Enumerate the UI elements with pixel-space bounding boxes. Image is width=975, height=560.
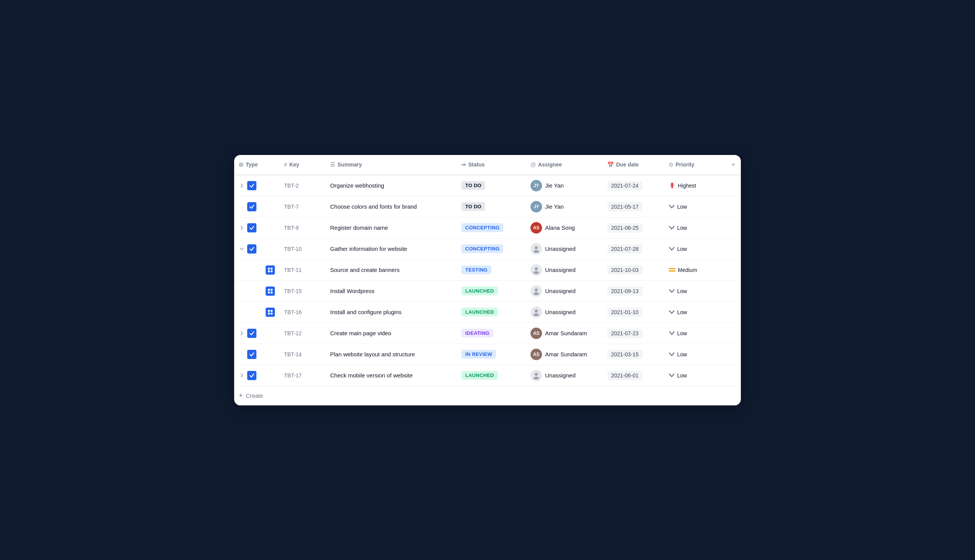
status-badge: IN REVIEW xyxy=(462,350,496,358)
col-header-type: ⊞ Type xyxy=(234,155,279,175)
avatar-amarsundaram: AS xyxy=(530,349,542,360)
col-header-add[interactable]: + xyxy=(726,155,741,175)
row-actions-cell xyxy=(726,323,741,344)
svg-point-23 xyxy=(533,377,539,379)
priority-label: Low xyxy=(677,309,687,315)
status-cell: TESTING xyxy=(457,259,526,280)
col-header-priority: ⊙ Priority xyxy=(664,155,726,175)
summary-cell: Register domain name xyxy=(326,217,457,238)
duedate-cell: 2021-07-24 xyxy=(603,175,664,197)
type-cell xyxy=(234,238,279,259)
assignee-cell: JY Jie Yan xyxy=(526,196,603,217)
due-date-value: 2021-06-01 xyxy=(607,371,642,380)
col-header-duedate: 📅 Due date xyxy=(603,155,664,175)
svg-point-14 xyxy=(535,288,538,292)
col-header-summary: ☰ Summary xyxy=(326,155,457,175)
summary-cell: Install and configure plugins xyxy=(326,302,457,323)
svg-point-6 xyxy=(535,267,538,270)
svg-rect-17 xyxy=(271,310,273,312)
avatar-unassigned xyxy=(530,285,542,297)
type-cell xyxy=(234,196,279,217)
summary-cell: Install Wordpress xyxy=(326,280,457,302)
avatar-jieyan: JY xyxy=(530,180,542,192)
priority-low-icon xyxy=(669,372,675,379)
table-row: TBT-2 Organize webhosting TO DO JY Jie Y… xyxy=(234,175,741,197)
issues-table: ⊞ Type # Key ☰ Summary xyxy=(234,155,741,386)
assignee-name: Unassigned xyxy=(545,288,575,294)
create-label: Create xyxy=(246,392,263,399)
status-cell: IDEATING xyxy=(457,323,526,344)
chevron-down-icon[interactable] xyxy=(239,247,245,251)
type-cell xyxy=(234,217,279,238)
priority-low-icon xyxy=(669,330,675,337)
checkbox-type-icon xyxy=(247,329,256,338)
summary-cell: Choose colors and fonts for brand xyxy=(326,196,457,217)
chevron-right-icon[interactable] xyxy=(239,226,245,230)
svg-point-21 xyxy=(533,313,539,316)
summary-cell: Create main page video xyxy=(326,323,457,344)
due-date-value: 2021-07-24 xyxy=(607,181,642,190)
status-cell: LAUNCHED xyxy=(457,280,526,302)
type-cell xyxy=(234,259,279,280)
priority-cell: Low xyxy=(664,365,726,386)
due-date-value: 2021-03-15 xyxy=(607,350,642,359)
duedate-cell: 2021-07-28 xyxy=(603,238,664,259)
priority-low-icon xyxy=(669,288,675,295)
type-cell xyxy=(234,280,279,302)
svg-rect-18 xyxy=(268,313,270,315)
assignee-cell: Unassigned xyxy=(526,259,603,280)
assignee-name: Unassigned xyxy=(545,245,575,252)
priority-label: Low xyxy=(677,204,687,210)
status-cell: CONCEPTING xyxy=(457,217,526,238)
avatar-alanasong: AS xyxy=(530,222,542,233)
priority-low-icon xyxy=(669,351,675,358)
duedate-cell: 2021-07-23 xyxy=(603,323,664,344)
chevron-right-icon[interactable] xyxy=(239,184,245,188)
duedate-cell: 2021-01-10 xyxy=(603,302,664,323)
add-column-button[interactable]: + xyxy=(731,160,736,169)
col-status-label: Status xyxy=(468,162,485,168)
svg-point-15 xyxy=(533,292,539,295)
svg-rect-5 xyxy=(271,270,273,272)
row-actions-cell xyxy=(726,344,741,365)
table-row: TBT-16 Install and configure plugins LAU… xyxy=(234,302,741,323)
assignee-cell: AS Amar Sundaram xyxy=(526,344,603,365)
create-row[interactable]: + Create xyxy=(234,386,741,405)
due-date-value: 2021-06-25 xyxy=(607,223,642,232)
avatar-unassigned xyxy=(530,307,542,318)
due-date-value: 2021-07-28 xyxy=(607,244,642,253)
create-button[interactable]: + Create xyxy=(239,392,736,400)
checkbox-type-icon xyxy=(247,371,256,380)
assignee-name: Unassigned xyxy=(545,309,575,315)
priority-low-icon xyxy=(669,309,675,316)
chevron-right-icon[interactable] xyxy=(239,332,245,335)
svg-rect-16 xyxy=(268,310,270,312)
svg-rect-9 xyxy=(669,270,676,272)
assignee-cell: Unassigned xyxy=(526,365,603,386)
table-row: TBT-11 Source and create banners TESTING… xyxy=(234,259,741,280)
chevron-right-icon[interactable] xyxy=(239,373,245,377)
key-cell: TBT-2 xyxy=(279,175,326,197)
row-actions-cell xyxy=(726,196,741,217)
table-row: TBT-10 Gather information for website CO… xyxy=(234,238,741,259)
avatar-unassigned xyxy=(530,370,542,381)
row-actions-cell xyxy=(726,259,741,280)
svg-rect-12 xyxy=(268,292,270,293)
subtask-type-icon xyxy=(266,287,275,296)
svg-point-1 xyxy=(533,250,539,253)
svg-rect-3 xyxy=(271,268,273,270)
summary-cell: Gather information for website xyxy=(326,238,457,259)
table-header-row: ⊞ Type # Key ☰ Summary xyxy=(234,155,741,175)
priority-cell: Low xyxy=(664,238,726,259)
assignee-name: Unassigned xyxy=(545,267,575,273)
assignee-name: Jie Yan xyxy=(545,203,564,210)
row-actions-cell xyxy=(726,280,741,302)
col-key-label: Key xyxy=(289,162,299,168)
priority-cell: Low xyxy=(664,323,726,344)
avatar-jieyan: JY xyxy=(530,201,542,212)
svg-point-7 xyxy=(533,271,539,274)
key-cell: TBT-10 xyxy=(279,238,326,259)
avatar-unassigned xyxy=(530,243,542,255)
assignee-cell: AS Alana Song xyxy=(526,217,603,238)
priority-low-icon xyxy=(669,203,675,210)
